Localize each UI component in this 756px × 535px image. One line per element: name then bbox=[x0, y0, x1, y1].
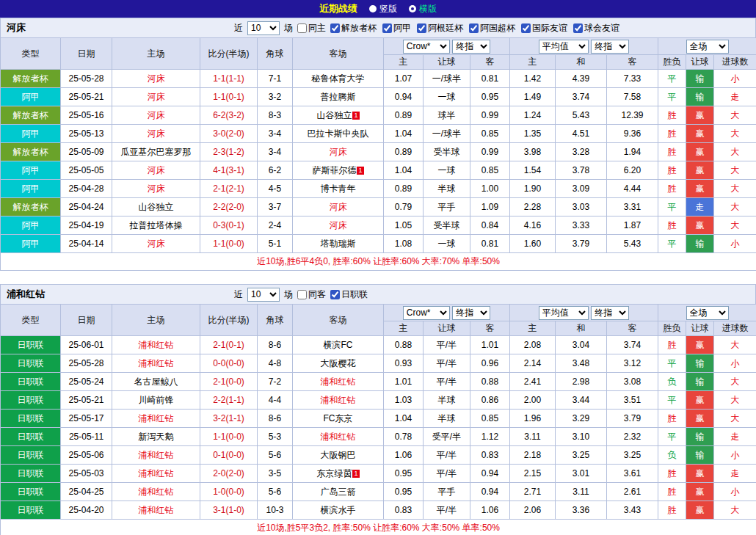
odds-company-select[interactable]: Crow* bbox=[403, 40, 450, 54]
avg-draw-odds: 3.44 bbox=[556, 391, 607, 410]
handicap-line: 半球 bbox=[424, 410, 470, 428]
average-final-select[interactable]: 终指 bbox=[591, 40, 629, 54]
league-filter-checkbox[interactable] bbox=[330, 290, 340, 299]
match-row: 日职联25-05-17浦和红钻3-2(1-1)8-6FC东京1.04半球0.85… bbox=[1, 410, 756, 428]
layout-option-horizontal[interactable]: 横版 bbox=[409, 3, 437, 15]
layout-option-vertical[interactable]: 竖版 bbox=[369, 3, 397, 15]
scope-select[interactable]: 全场 bbox=[686, 306, 729, 320]
handicap-away-odds: 1.12 bbox=[470, 428, 510, 446]
corner-score: 3-2 bbox=[258, 88, 293, 106]
away-team: 浦和红钻 bbox=[293, 391, 384, 410]
avg-home-odds: 1.24 bbox=[510, 106, 556, 125]
avg-home-odds: 2.00 bbox=[510, 391, 556, 410]
avg-home-odds: 2.14 bbox=[510, 354, 556, 373]
result-win-draw-loss: 平 bbox=[658, 391, 686, 410]
same-venue-filter[interactable]: 同客 bbox=[297, 288, 326, 301]
away-team: 塔勒瑞斯 bbox=[293, 235, 384, 253]
odds-final-select[interactable]: 终指 bbox=[452, 40, 490, 54]
away-team-label: 博卡青年 bbox=[321, 183, 356, 194]
handicap-home-odds: 1.03 bbox=[384, 391, 424, 410]
home-team: 浦和红钻 bbox=[112, 354, 200, 373]
same-venue-checkbox[interactable] bbox=[297, 290, 307, 299]
handicap-away-odds: 1.09 bbox=[470, 198, 510, 216]
league-filter[interactable]: 阿甲 bbox=[382, 22, 411, 34]
match-date: 25-04-20 bbox=[61, 501, 112, 520]
scope-select[interactable]: 全场 bbox=[686, 40, 729, 54]
col-home: 主场 bbox=[112, 38, 200, 70]
home-team: 浦和红钻 bbox=[112, 446, 200, 465]
league-filter-checkbox[interactable] bbox=[573, 23, 583, 33]
away-team: 东京绿茵1 bbox=[293, 465, 384, 483]
avg-draw-odds: 3.28 bbox=[556, 143, 607, 161]
league-filter-label: 阿根廷杯 bbox=[428, 22, 463, 34]
avg-draw-odds: 3.48 bbox=[556, 354, 607, 373]
handicap-away-odds: 0.99 bbox=[470, 106, 510, 125]
match-row: 日职联25-04-25浦和红钻1-0(0-0)5-6广岛三箭0.95平手0.94… bbox=[1, 483, 756, 501]
match-count-select[interactable]: 10 bbox=[247, 21, 280, 35]
result-win-draw-loss: 胜 bbox=[658, 106, 686, 125]
match-row: 日职联25-05-11新泻天鹅1-1(0-0)5-3浦和红钻0.78受平/半1.… bbox=[1, 428, 756, 446]
away-team: 大阪钢巴 bbox=[293, 446, 384, 465]
home-team-label: 河床 bbox=[148, 92, 165, 102]
match-score: 1-1(0-1) bbox=[200, 88, 258, 106]
handicap-away-odds: 0.99 bbox=[470, 143, 510, 161]
result-over-under: 大 bbox=[714, 216, 756, 235]
col-handicap-away: 客 bbox=[470, 321, 510, 336]
handicap-home-odds: 1.05 bbox=[384, 216, 424, 235]
avg-draw-odds: 2.98 bbox=[556, 373, 607, 391]
home-team: 河床 bbox=[112, 106, 200, 125]
league-filter[interactable]: 球会友谊 bbox=[573, 22, 619, 34]
average-final-select[interactable]: 终指 bbox=[591, 306, 629, 320]
league-filter-checkbox[interactable] bbox=[469, 23, 479, 33]
match-date: 25-04-19 bbox=[61, 216, 112, 235]
league-filter[interactable]: 解放者杯 bbox=[330, 22, 377, 34]
league-filter[interactable]: 日职联 bbox=[330, 288, 368, 301]
league-filter-checkbox[interactable] bbox=[382, 23, 392, 33]
match-date: 25-06-01 bbox=[61, 336, 112, 354]
home-team: 瓜亚基尔巴塞罗那 bbox=[112, 143, 200, 161]
league-filter-checkbox[interactable] bbox=[417, 23, 426, 33]
avg-away-odds: 3.08 bbox=[607, 373, 658, 391]
same-venue-filter[interactable]: 同主 bbox=[297, 22, 326, 34]
league-badge: 解放者杯 bbox=[1, 143, 61, 161]
col-score: 比分(半场) bbox=[200, 305, 258, 336]
league-filter[interactable]: 阿根廷杯 bbox=[417, 22, 463, 34]
corner-score: 6-2 bbox=[258, 161, 293, 180]
home-team: 新泻天鹅 bbox=[112, 428, 200, 446]
league-badge: 日职联 bbox=[1, 354, 61, 373]
avg-home-odds: 2.18 bbox=[510, 446, 556, 465]
same-venue-checkbox[interactable] bbox=[297, 23, 307, 33]
match-count-select[interactable]: 10 bbox=[247, 288, 280, 302]
layout-horizontal-label: 横版 bbox=[419, 3, 437, 15]
home-team: 川崎前锋 bbox=[112, 391, 200, 410]
home-team: 河床 bbox=[112, 88, 200, 106]
col-handicap-line: 让球 bbox=[424, 321, 470, 336]
league-filter-checkbox[interactable] bbox=[330, 23, 340, 33]
handicap-away-odds: 0.84 bbox=[470, 216, 510, 235]
league-filter[interactable]: 阿国超杯 bbox=[469, 22, 515, 34]
odds-final-select[interactable]: 终指 bbox=[452, 306, 490, 320]
home-team-label: 浦和红钻 bbox=[139, 358, 174, 368]
handicap-away-odds: 0.81 bbox=[470, 70, 510, 88]
match-date: 25-05-16 bbox=[61, 106, 112, 125]
summary-row: 近10场,胜5平3负2, 胜率:50% 让胜率:60% 大率:50% 单率:50… bbox=[1, 520, 756, 535]
handicap-home-odds: 0.83 bbox=[384, 501, 424, 520]
average-select[interactable]: 平均值 bbox=[539, 40, 589, 54]
home-team: 浦和红钻 bbox=[112, 410, 200, 428]
average-select[interactable]: 平均值 bbox=[539, 306, 589, 320]
league-badge: 阿甲 bbox=[1, 235, 61, 253]
avg-away-odds: 3.43 bbox=[607, 501, 658, 520]
avg-draw-odds: 5.43 bbox=[556, 106, 607, 125]
corner-score: 7-2 bbox=[258, 373, 293, 391]
summary-line: 近10场,胜6平4负0, 胜率:60% 让胜率:60% 大率:70% 单率:50… bbox=[1, 253, 756, 271]
match-date: 25-04-25 bbox=[61, 483, 112, 501]
league-filter[interactable]: 国际友谊 bbox=[521, 22, 567, 34]
avg-away-odds: 2.32 bbox=[607, 428, 658, 446]
odds-company-select[interactable]: Crow* bbox=[403, 306, 450, 320]
avg-draw-odds: 3.01 bbox=[556, 465, 607, 483]
corner-score: 5-6 bbox=[258, 483, 293, 501]
home-team: 山谷独立 bbox=[112, 198, 200, 216]
handicap-home-odds: 1.04 bbox=[384, 161, 424, 180]
matches-table: 类型 日期 主场 比分(半场) 角球 客场 Crow* 终指 平均值 终指 全场 bbox=[0, 37, 756, 271]
league-filter-checkbox[interactable] bbox=[521, 23, 531, 33]
